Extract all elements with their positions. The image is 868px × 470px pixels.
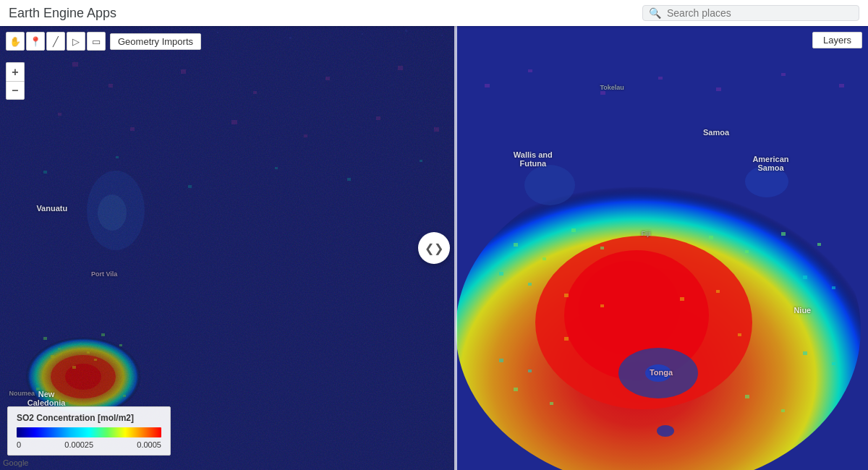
svg-rect-65 (550, 402, 553, 405)
svg-rect-64 (514, 388, 518, 391)
rectangle-tool-button[interactable]: ▭ (87, 32, 106, 51)
search-input[interactable] (667, 7, 841, 19)
line-tool-button[interactable]: ╱ (46, 32, 65, 51)
svg-rect-88 (600, 304, 604, 307)
svg-point-83 (524, 165, 575, 205)
svg-rect-70 (803, 275, 807, 279)
svg-rect-49 (0, 26, 456, 470)
right-map-canvas (456, 26, 868, 470)
svg-rect-72 (499, 359, 503, 362)
legend-mid-label: 0.00025 (64, 440, 93, 449)
svg-rect-75 (832, 362, 835, 365)
svg-rect-63 (817, 243, 821, 246)
svg-rect-92 (738, 333, 741, 336)
svg-rect-76 (485, 84, 490, 87)
left-map-panel[interactable]: Vanuatu NewCaledonia Port Vila Noumea (0, 26, 456, 470)
svg-point-86 (657, 425, 674, 437)
map-container: Vanuatu NewCaledonia Port Vila Noumea (0, 26, 868, 470)
point-tool-button[interactable]: 📍 (26, 32, 45, 51)
svg-rect-82 (839, 84, 844, 87)
right-map-panel[interactable]: Wallis andFutuna Samoa AmericanSamoa Niu… (456, 26, 868, 470)
split-handle[interactable]: ❮❯ (418, 232, 450, 264)
svg-point-85 (645, 364, 671, 382)
svg-rect-87 (564, 294, 569, 297)
svg-rect-89 (680, 297, 684, 301)
svg-point-84 (745, 166, 788, 197)
legend-color-bar (17, 427, 161, 437)
zoom-in-button[interactable]: + (6, 62, 25, 81)
google-logo: Google (3, 458, 28, 467)
zoom-out-button[interactable]: – (6, 81, 25, 100)
svg-rect-74 (803, 351, 807, 355)
svg-rect-81 (781, 73, 786, 76)
svg-rect-56 (514, 243, 518, 247)
svg-rect-66 (745, 395, 749, 398)
svg-rect-91 (564, 337, 569, 341)
app-header: Earth Engine Apps 🔍 (0, 0, 868, 26)
svg-rect-60 (709, 236, 713, 239)
svg-rect-78 (600, 91, 605, 95)
svg-rect-73 (528, 369, 532, 372)
legend-title: SO2 Concentration [mol/m2] (17, 413, 161, 423)
svg-rect-61 (745, 250, 749, 253)
svg-point-54 (579, 261, 680, 355)
left-map-canvas (0, 26, 456, 470)
svg-rect-77 (528, 69, 532, 72)
legend: SO2 Concentration [mol/m2] 0 0.00025 0.0… (7, 406, 171, 456)
split-divider (454, 26, 457, 470)
search-area[interactable]: 🔍 (642, 5, 859, 21)
map-toolbar: ✋ 📍 ╱ ▷ ▭ Geometry Imports (6, 32, 201, 51)
svg-rect-59 (600, 247, 604, 249)
app-title: Earth Engine Apps (9, 6, 116, 21)
svg-rect-71 (832, 286, 835, 289)
svg-rect-69 (528, 283, 532, 286)
svg-rect-62 (781, 232, 786, 236)
svg-rect-79 (658, 77, 663, 80)
split-handle-icon: ❮❯ (425, 242, 443, 255)
geometry-imports-button[interactable]: Geometry Imports (110, 33, 201, 50)
legend-labels: 0 0.00025 0.0005 (17, 440, 161, 449)
search-icon: 🔍 (649, 7, 661, 19)
legend-max-label: 0.0005 (137, 440, 161, 449)
svg-rect-58 (571, 228, 576, 232)
svg-rect-57 (542, 257, 546, 260)
svg-rect-67 (781, 409, 785, 412)
legend-min-label: 0 (17, 440, 21, 449)
zoom-controls: + – (6, 62, 25, 100)
svg-rect-80 (716, 87, 721, 91)
hand-tool-button[interactable]: ✋ (6, 32, 25, 51)
svg-rect-68 (499, 272, 503, 275)
svg-rect-90 (716, 290, 720, 293)
polygon-tool-button[interactable]: ▷ (67, 32, 85, 51)
layers-button[interactable]: Layers (812, 32, 862, 48)
